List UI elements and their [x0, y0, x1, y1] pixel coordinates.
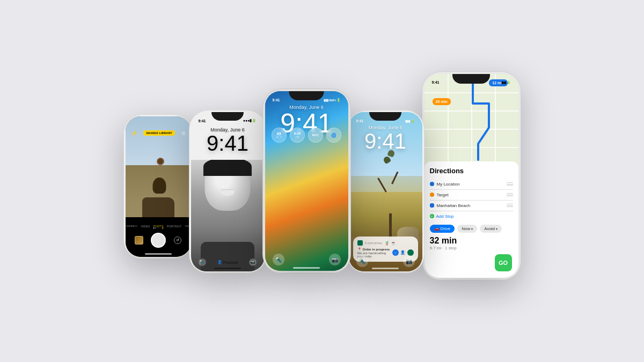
chevron-icon: ▾ — [496, 227, 497, 231]
time-widget-value: 8:29 — [294, 132, 301, 136]
eta-distance: 9.7 mi · 1 stop — [430, 246, 513, 250]
arrow-icon: → — [393, 251, 397, 255]
direction-row-3: Manhattan Beach — [430, 201, 513, 211]
flashlight-button[interactable]: 🔦 — [273, 254, 284, 265]
camera-shutter-row: ↺ — [126, 231, 191, 249]
eta-time: 32 min — [430, 236, 513, 246]
notif-header: In store pickup 🧋 ☕ — [357, 240, 414, 246]
phone-4-desert: 9:41 ▮▮▮ 🔋 Monday, June 6 9:41 In store … — [347, 110, 425, 274]
flashlight-button[interactable]: 🔦 — [356, 255, 368, 267]
rider-body — [152, 178, 166, 194]
notif-emojis: 🧋 ☕ — [384, 241, 396, 246]
camera-button[interactable]: 📷 — [249, 258, 257, 266]
time-widget: 8:29 PM — [290, 128, 305, 143]
home-indicator — [214, 268, 241, 269]
chevron-icon: ▾ — [471, 227, 473, 231]
row-menu[interactable] — [507, 193, 513, 197]
flash-icon[interactable]: ⚡ — [131, 130, 137, 136]
menu-line — [507, 193, 513, 194]
camera-button[interactable]: 📷 — [329, 254, 341, 265]
time-display: 9:41 — [273, 98, 280, 102]
phone-4-screen: 9:41 ▮▮▮ 🔋 Monday, June 6 9:41 In store … — [349, 112, 422, 271]
portrait-photo — [191, 160, 265, 271]
row-menu[interactable] — [507, 203, 513, 208]
time-display: 9:41 — [199, 119, 206, 123]
pm-label: PM — [296, 136, 299, 138]
directions-panel: Directions My Location Target — [425, 161, 518, 278]
lock-date: Monday, June 6 9:41 — [349, 125, 422, 152]
camera-app: ⚡ SHARED LIBRARY ◎ 1× 3 CINEMATIC VIDEO … — [126, 116, 191, 257]
menu-line — [507, 196, 513, 196]
phone-3-colorful: 9:41 ▮▮▮ WiFi 🔋 Monday, June 6 9:41 65 6… — [262, 88, 351, 274]
shared-library-badge: SHARED LIBRARY — [143, 130, 175, 136]
direction-row-2: Target — [430, 190, 513, 201]
time-display: 9:41 — [356, 119, 364, 123]
phone-5-screen: 9:41 ▮▮▮ 🔋 12 min — [425, 74, 518, 278]
flip-camera-button[interactable]: ↺ — [174, 237, 181, 244]
settings-icon[interactable]: ◎ — [181, 130, 186, 136]
home-indicator — [145, 253, 172, 255]
shutter-button[interactable] — [151, 233, 166, 248]
menu-line — [507, 204, 513, 204]
drive-button[interactable]: 🚗 Drive — [430, 225, 455, 233]
photo-thumbnail[interactable] — [135, 236, 143, 245]
person-icon: 👤 — [217, 260, 222, 264]
avoid-button[interactable]: Avoid ▾ — [480, 225, 502, 233]
phone-3-screen: 9:41 ▮▮▮ WiFi 🔋 Monday, June 6 9:41 65 6… — [265, 91, 348, 271]
add-icon: + — [430, 214, 434, 218]
status-bar: 9:41 ▮▮▮ 🔋 — [425, 78, 518, 87]
menu-line — [507, 185, 513, 186]
city-label: NYC — [312, 134, 319, 137]
signal-icons: ▮▮▮ 🔋 — [501, 80, 511, 84]
status-bar: 9:41 ▮▮▮ 🔋 — [349, 116, 422, 125]
status-bar: 9:41 ▮▮▮ WiFi 🔋 — [265, 95, 348, 104]
signal-icons: ▮▮▮ WiFi 🔋 — [324, 98, 341, 102]
spiral-widget: 🌀 — [326, 128, 341, 143]
map-area: 12 min 20 min — [425, 74, 518, 166]
menu-line — [507, 206, 513, 207]
profile-name: Personal — [223, 261, 238, 264]
phone-1-screen: ⚡ SHARED LIBRARY ◎ 1× 3 CINEMATIC VIDEO … — [126, 116, 191, 257]
row-menu[interactable] — [507, 182, 513, 186]
starbucks-icon — [357, 240, 363, 246]
phone-5-maps: 9:41 ▮▮▮ 🔋 12 min — [422, 71, 521, 280]
route-svg — [425, 74, 518, 166]
camera-bottom: CINEMATIC VIDEO PHOTO PORTRAIT PANO ↺ — [126, 217, 191, 256]
notif-title-row: 📍 Order in progress — [357, 247, 390, 251]
zoom-3x[interactable]: 3 — [160, 226, 165, 230]
dest-dot — [430, 203, 434, 208]
panel-title: Directions — [430, 167, 513, 175]
lock-screen-bottom: 🔦 👤 Personal 📷 — [191, 258, 265, 266]
phone-1-camera: ⚡ SHARED LIBRARY ◎ 1× 3 CINEMATIC VIDEO … — [123, 114, 193, 259]
body — [201, 242, 254, 271]
menu-line — [507, 205, 513, 206]
spiral-icon: 🌀 — [331, 133, 336, 138]
flashlight-button[interactable]: 🔦 — [199, 258, 206, 266]
signal-icons: ▮▮▮ 🔋 — [405, 119, 415, 123]
zoom-1x[interactable]: 1× — [151, 226, 158, 230]
transport-options: 🚗 Drive Now ▾ Avoid ▾ — [430, 225, 513, 233]
map-time-badge-2: 20 min — [433, 98, 451, 105]
origin-dot — [430, 182, 434, 186]
stop-label: Target — [437, 193, 504, 197]
lock-date: Monday, June 6 9:41 — [191, 127, 265, 154]
go-button[interactable]: GO — [495, 254, 512, 271]
origin-label: My Location — [437, 182, 504, 187]
widget-row: 65 66, 72 8:29 PM NYC 🌀 — [265, 128, 348, 143]
notif-store-label: In store pickup — [365, 241, 383, 245]
temp-range: 66, 72 — [276, 136, 282, 138]
status-bar: 9:41 ●●●▮🔋 — [191, 116, 265, 125]
menu-line — [507, 184, 513, 184]
time-display: 9:41 — [432, 80, 440, 84]
main-scene: ⚡ SHARED LIBRARY ◎ 1× 3 CINEMATIC VIDEO … — [0, 0, 644, 362]
camera-top-controls: ⚡ SHARED LIBRARY ◎ — [126, 130, 191, 136]
add-stop-label: Add Stop — [436, 214, 454, 219]
add-stop-row[interactable]: + Add Stop — [430, 211, 513, 221]
nyc-widget: NYC — [308, 128, 323, 143]
now-button[interactable]: Now ▾ — [457, 225, 477, 233]
dest-label: Manhattan Beach — [437, 203, 504, 208]
person-icon: 👤 — [400, 250, 405, 255]
temperature: 65 — [277, 132, 281, 136]
camera-button[interactable]: 📷 — [403, 255, 415, 267]
emoji-1: 🧋 — [384, 241, 390, 246]
